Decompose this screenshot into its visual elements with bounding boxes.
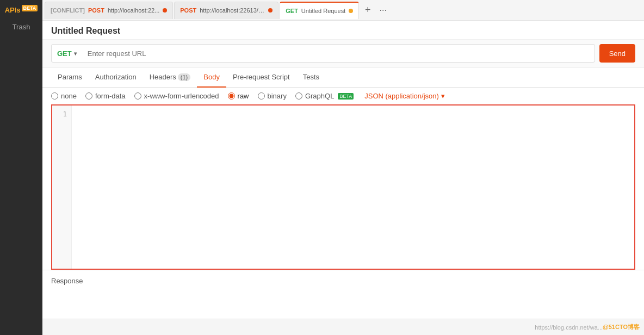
- sidebar-apis-label: APIs: [5, 6, 21, 14]
- tab-1-url: http://localhost:22...: [108, 7, 159, 14]
- body-option-form-data[interactable]: form-data: [85, 92, 126, 100]
- body-option-raw-label: raw: [238, 92, 249, 100]
- response-label: Response: [51, 277, 83, 285]
- tab-1-method: POST: [88, 7, 104, 14]
- tab-pre-request[interactable]: Pre-request Script: [226, 67, 296, 88]
- line-number-1: 1: [52, 109, 71, 120]
- body-radio-graphql[interactable]: [295, 92, 302, 100]
- body-options: none form-data x-www-form-urlencoded raw…: [42, 88, 644, 104]
- graphql-beta-badge: BETA: [338, 93, 354, 100]
- tab-2-dot: [268, 8, 273, 13]
- tab-authorization[interactable]: Authorization: [89, 67, 143, 88]
- method-select-button[interactable]: GET ▾: [51, 44, 82, 63]
- body-option-none-label: none: [61, 92, 77, 100]
- tab-2[interactable]: POST http://localhost:22613/cpic/ve...: [174, 2, 278, 19]
- headers-badge: (1): [178, 73, 190, 81]
- request-tabs: Params Authorization Headers(1) Body Pre…: [42, 67, 644, 88]
- sidebar-trash-button[interactable]: Trash: [13, 23, 30, 31]
- method-chevron-icon: ▾: [74, 51, 77, 57]
- tab-headers[interactable]: Headers(1): [143, 67, 197, 88]
- sidebar-apis-button[interactable]: APIsBETA: [5, 5, 38, 14]
- add-tab-button[interactable]: +: [360, 3, 375, 18]
- plus-icon: +: [365, 4, 371, 16]
- watermark-url: https://blog.csdn.net/wa...: [535, 324, 603, 331]
- response-area: Response: [42, 270, 644, 319]
- tab-2-method: POST: [180, 7, 196, 14]
- body-option-binary-label: binary: [268, 92, 287, 100]
- params-label: Params: [58, 73, 82, 81]
- url-input[interactable]: [82, 44, 595, 63]
- body-option-none[interactable]: none: [51, 92, 77, 100]
- url-bar: GET ▾ Send: [42, 40, 644, 67]
- body-option-form-data-label: form-data: [95, 92, 126, 100]
- editor-area: 1: [51, 104, 635, 270]
- body-option-urlencoded[interactable]: x-www-form-urlencoded: [134, 92, 219, 100]
- body-radio-none[interactable]: [51, 92, 58, 100]
- body-option-binary[interactable]: binary: [258, 92, 287, 100]
- format-label: JSON (application/json): [364, 92, 439, 100]
- sidebar-beta-badge: BETA: [22, 5, 38, 11]
- method-label: GET: [57, 49, 72, 58]
- tab-3-method: GET: [286, 8, 298, 14]
- tab-bar: [CONFLICT] POST http://localhost:22... P…: [42, 0, 644, 21]
- watermark-area: https://blog.csdn.net/wa... @51CTO博客: [42, 319, 644, 335]
- tests-label: Tests: [303, 73, 319, 81]
- more-icon: ···: [380, 5, 387, 15]
- headers-label: Headers: [150, 73, 176, 81]
- tab-params[interactable]: Params: [51, 67, 89, 88]
- tab-3[interactable]: GET Untitled Request: [280, 2, 359, 19]
- tab-3-dot: [349, 9, 353, 13]
- editor-content[interactable]: [72, 106, 634, 269]
- line-numbers: 1: [52, 106, 72, 269]
- tab-tests[interactable]: Tests: [296, 67, 326, 88]
- body-option-graphql[interactable]: GraphQLBETA: [295, 92, 354, 100]
- format-chevron-icon: ▾: [441, 92, 445, 100]
- tab-1[interactable]: [CONFLICT] POST http://localhost:22...: [45, 2, 173, 19]
- sidebar: APIsBETA Trash: [0, 0, 42, 335]
- body-radio-raw[interactable]: [228, 92, 235, 100]
- body-radio-urlencoded[interactable]: [134, 92, 141, 100]
- main-area: [CONFLICT] POST http://localhost:22... P…: [42, 0, 644, 335]
- tab-1-dot: [163, 8, 167, 13]
- tab-body[interactable]: Body: [197, 67, 226, 88]
- body-label: Body: [203, 73, 220, 81]
- tab-2-url: http://localhost:22613/cpic/ve...: [200, 7, 265, 14]
- body-option-urlencoded-label: x-www-form-urlencoded: [144, 92, 219, 100]
- send-button[interactable]: Send: [599, 44, 635, 63]
- body-radio-form-data[interactable]: [85, 92, 92, 100]
- request-title: Untitled Request: [51, 26, 120, 35]
- tab-3-url: Untitled Request: [301, 8, 345, 14]
- tab-1-conflict: [CONFLICT]: [51, 7, 85, 14]
- body-option-graphql-label: GraphQL: [305, 92, 334, 100]
- sidebar-trash-label: Trash: [13, 23, 30, 31]
- body-radio-binary[interactable]: [258, 92, 265, 100]
- request-title-bar: Untitled Request: [42, 21, 644, 40]
- body-option-raw[interactable]: raw: [228, 92, 249, 100]
- pre-request-label: Pre-request Script: [233, 73, 290, 81]
- format-select-button[interactable]: JSON (application/json) ▾: [364, 92, 445, 100]
- authorization-label: Authorization: [95, 73, 137, 81]
- more-tabs-button[interactable]: ···: [375, 3, 391, 18]
- watermark-brand: @51CTO博客: [603, 323, 640, 331]
